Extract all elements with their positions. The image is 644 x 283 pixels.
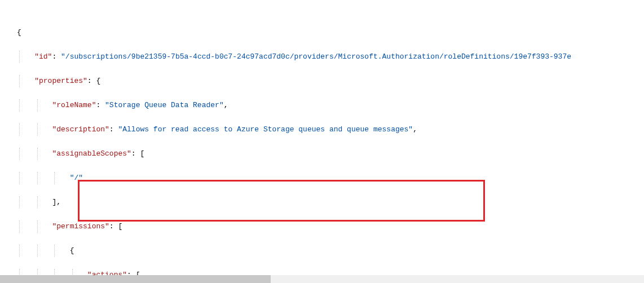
code-line: "description": "Allows for read access t…: [9, 123, 644, 136]
code-line: "/": [9, 172, 644, 184]
json-key-properties: "properties": [34, 77, 87, 85]
json-key-rolename: "roleName": [52, 101, 96, 109]
json-key-id: "id": [34, 52, 52, 61]
brace-open: {: [17, 28, 21, 37]
code-line: "assignableScopes": [: [9, 148, 644, 160]
json-code-block: { "id": "/subscriptions/9be21359-7b5a-4c…: [0, 0, 644, 283]
scrollbar-thumb[interactable]: [0, 275, 271, 283]
horizontal-scrollbar[interactable]: [0, 275, 644, 283]
code-line: {: [9, 245, 644, 257]
code-line: "roleName": "Storage Queue Data Reader",: [9, 99, 644, 112]
json-key-assignablescopes: "assignableScopes": [52, 149, 131, 158]
json-key-permissions: "permissions": [52, 222, 109, 231]
json-value-id: "/subscriptions/9be21359-7b5a-4ccd-b0c7-…: [61, 52, 571, 61]
code-line: ],: [9, 196, 644, 209]
json-value-description: "Allows for read access to Azure Storage…: [118, 125, 413, 134]
json-value-scope: "/": [70, 174, 83, 182]
json-value-rolename: "Storage Queue Data Reader": [105, 101, 224, 109]
code-line: {: [9, 26, 644, 39]
code-line: "properties": {: [9, 75, 644, 87]
code-line: "permissions": [: [9, 220, 644, 233]
json-key-description: "description": [52, 125, 109, 134]
code-line: "id": "/subscriptions/9be21359-7b5a-4ccd…: [9, 51, 644, 63]
